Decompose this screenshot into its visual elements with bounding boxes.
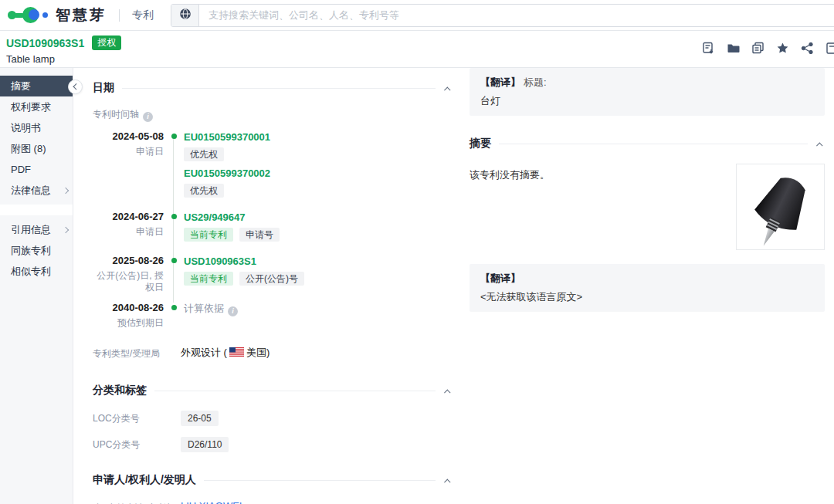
collapse-section-button[interactable] bbox=[443, 79, 453, 97]
table-lamp-image[interactable] bbox=[736, 164, 825, 250]
timeline-dot bbox=[171, 305, 177, 310]
loc-class-row: LOC分类号 26-05 bbox=[93, 411, 453, 426]
patent-number: USD1090963S1 bbox=[6, 37, 84, 49]
top-navbar: 智慧芽 专利 bbox=[0, 0, 834, 31]
patent-toolbar bbox=[702, 42, 834, 55]
share-icon[interactable] bbox=[801, 42, 814, 55]
sidebar-item-label: 相似专利 bbox=[11, 266, 51, 277]
timeline-row: 2040-08-26 预估到期日 计算依据 bbox=[93, 301, 453, 329]
sidebar-collapse-button[interactable] bbox=[68, 79, 83, 94]
timeline-date: 2024-05-08 bbox=[93, 130, 164, 143]
collapse-section-button[interactable] bbox=[443, 471, 453, 489]
translation-tag: 【翻译】 bbox=[480, 272, 520, 284]
nav-tab-patent[interactable]: 专利 bbox=[132, 8, 154, 22]
sidebar-item-drawings[interactable]: 附图 (8) bbox=[0, 138, 73, 159]
timeline-entry: EU0150599370001 优先权 bbox=[184, 130, 453, 161]
globe-icon bbox=[179, 8, 192, 23]
sidebar-item-abstract[interactable]: 摘要 bbox=[0, 76, 73, 96]
chevron-right-icon bbox=[63, 226, 69, 232]
abstract-empty-text: 该专利没有摘要。 bbox=[470, 164, 550, 182]
clipped-icon[interactable] bbox=[826, 42, 834, 55]
search-input[interactable] bbox=[199, 5, 834, 26]
sidebar-item-label: 引用信息 bbox=[11, 224, 51, 235]
logo-dot bbox=[42, 12, 48, 18]
patent-type-label: 专利类型/受理局 bbox=[93, 346, 181, 360]
section-title: 申请人/权利人/发明人 bbox=[93, 473, 196, 487]
timeline-label-text: 专利时间轴 bbox=[93, 109, 139, 120]
sidebar-item-claims[interactable]: 权利要求 bbox=[0, 96, 73, 117]
calculation-basis-text: 计算依据 bbox=[184, 303, 224, 314]
sidebar-item-pdf[interactable]: PDF bbox=[0, 159, 73, 180]
current-patent-tag: 当前专利 bbox=[184, 228, 233, 242]
collapse-section-button[interactable] bbox=[815, 134, 825, 153]
publication-number-link[interactable]: USD1090963S1 bbox=[184, 255, 256, 267]
sidebar-item-label: 摘要 bbox=[11, 80, 31, 92]
folder-icon[interactable] bbox=[727, 42, 740, 55]
upc-class-chip[interactable]: D26/110 bbox=[181, 437, 229, 452]
sidebar-item-citations[interactable]: 引用信息 bbox=[0, 219, 73, 240]
translated-title: 台灯 bbox=[480, 94, 814, 108]
publication-number-tag: 公开(公告)号 bbox=[239, 272, 304, 286]
priority-tag: 优先权 bbox=[184, 147, 224, 161]
timeline-entry: USD1090963S1 当前专利 公开(公告)号 bbox=[184, 254, 453, 286]
divider bbox=[204, 480, 436, 481]
patent-header-bar: USD1090963S1 授权 Table lamp bbox=[0, 31, 834, 68]
section-title: 分类和标签 bbox=[93, 384, 147, 397]
section-title: 摘要 bbox=[470, 137, 491, 151]
logo-circle bbox=[22, 7, 39, 23]
timeline-date: 2040-08-26 bbox=[93, 301, 164, 314]
sidebar-item-label: 附图 (8) bbox=[11, 143, 46, 154]
timeline-entry: US29/949647 当前专利 申请号 bbox=[184, 210, 453, 242]
applicant-link[interactable]: LIU XIAOWEI bbox=[181, 500, 242, 504]
patent-type-value: 外观设计 (美国) bbox=[181, 346, 270, 360]
patent-number-link[interactable]: EU0150599370001 bbox=[184, 131, 270, 143]
divider bbox=[154, 391, 436, 391]
copy-icon[interactable] bbox=[751, 42, 764, 55]
dates-section-header: 日期 bbox=[93, 79, 453, 97]
export-pdf-icon[interactable] bbox=[702, 42, 715, 55]
timeline-row: 2024-06-27 申请日 US29/949647 当前专利 申请号 bbox=[93, 210, 453, 246]
sidebar-group-divider bbox=[0, 205, 73, 215]
main-content: 日期 专利时间轴 2024-05-08 申请日 EU0150599370001 … bbox=[74, 68, 463, 504]
patent-title: Table lamp bbox=[6, 53, 834, 65]
timeline-date: 2025-08-26 bbox=[93, 254, 164, 267]
star-icon[interactable] bbox=[776, 42, 789, 55]
translation-abstract-box: 【翻译】 <无法获取该语言原文> bbox=[470, 264, 825, 312]
sidebar-item-family[interactable]: 同族专利 bbox=[0, 240, 73, 261]
nav-divider bbox=[119, 9, 120, 22]
timeline-dot bbox=[171, 134, 177, 139]
title-label: 标题: bbox=[524, 76, 547, 88]
search-scope-button[interactable] bbox=[171, 5, 199, 26]
brand-name: 智慧芽 bbox=[56, 5, 107, 25]
patent-number-link[interactable]: EU0150599370002 bbox=[184, 167, 270, 179]
sidebar-item-description[interactable]: 说明书 bbox=[0, 117, 73, 138]
sidebar-item-similar[interactable]: 相似专利 bbox=[0, 261, 73, 282]
info-icon[interactable] bbox=[143, 112, 153, 122]
loc-class-label: LOC分类号 bbox=[93, 411, 181, 425]
timeline-date-label: 申请日 bbox=[93, 146, 164, 157]
chevron-right-icon bbox=[63, 187, 69, 193]
timeline-date: 2024-06-27 bbox=[93, 210, 164, 223]
timeline-date-label: 申请日 bbox=[93, 226, 164, 238]
sidebar-item-legal-info[interactable]: 法律信息 bbox=[0, 180, 73, 201]
loc-class-chip[interactable]: 26-05 bbox=[181, 411, 219, 426]
patent-timeline: 2024-05-08 申请日 EU0150599370001 优先权 EU015… bbox=[93, 130, 453, 329]
right-panel: 【翻译】标题: 台灯 摘要 该专利没有摘要。 bbox=[470, 68, 825, 312]
timeline-date-label: 预估到期日 bbox=[93, 317, 164, 329]
divider bbox=[122, 88, 436, 89]
info-icon[interactable] bbox=[228, 306, 238, 316]
sidebar-item-label: PDF bbox=[11, 164, 31, 175]
application-number-link[interactable]: US29/949647 bbox=[184, 211, 246, 223]
timeline-row: 2025-08-26 公开(公告)日, 授权日 USD1090963S1 当前专… bbox=[93, 254, 453, 293]
sidebar-item-label: 同族专利 bbox=[11, 245, 51, 256]
people-row-label: [标]当前申请(专利权)人 bbox=[93, 500, 181, 504]
timeline-entry: 计算依据 bbox=[184, 301, 453, 316]
people-row: [标]当前申请(专利权)人 LIU XIAOWEI bbox=[93, 500, 453, 504]
timeline-dot bbox=[171, 214, 177, 219]
people-section-header: 申请人/权利人/发明人 bbox=[93, 471, 453, 489]
timeline-entry: EU0150599370002 优先权 bbox=[184, 166, 453, 198]
timeline-label: 专利时间轴 bbox=[93, 108, 453, 122]
patent-type-row: 专利类型/受理局 外观设计 (美国) bbox=[93, 346, 453, 360]
patsnap-logo[interactable]: 智慧芽 bbox=[8, 5, 107, 25]
collapse-section-button[interactable] bbox=[443, 381, 453, 400]
